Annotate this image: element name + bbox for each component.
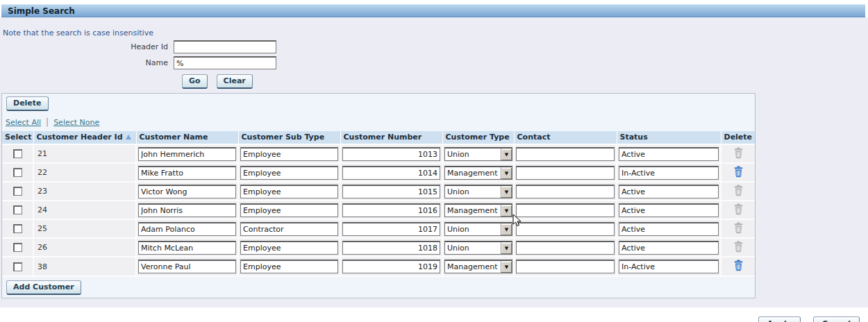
delete-row-icon[interactable] [733, 241, 744, 253]
customer-sub-type-input[interactable] [240, 147, 338, 161]
chevron-down-icon[interactable]: ▼ [501, 149, 512, 160]
select-all-link[interactable]: Select All [6, 118, 41, 127]
customer-header-id-value: 22 [35, 168, 47, 177]
customer-sub-type-input[interactable] [240, 241, 338, 255]
results-panel: Delete Select All | Select None Select C… [1, 93, 756, 298]
customers-table: Select Customer Header Id Customer Name … [2, 131, 755, 276]
customer-sub-type-input[interactable] [240, 260, 338, 273]
customer-type-select[interactable]: Union ▼ [444, 222, 512, 236]
chevron-down-icon[interactable]: ▼ [501, 261, 512, 273]
delete-row-icon[interactable] [733, 203, 744, 215]
add-customer-button[interactable]: Add Customer [6, 280, 81, 295]
name-row: Name [0, 56, 868, 69]
row-select-checkbox[interactable] [13, 224, 22, 233]
customer-type-select[interactable]: Management ▼ [444, 166, 512, 180]
customer-number-input[interactable] [342, 203, 440, 217]
contact-input[interactable] [516, 222, 615, 236]
status-input[interactable] [619, 185, 719, 198]
customer-sub-type-input[interactable] [240, 203, 338, 217]
customer-header-id-value: 26 [35, 243, 47, 252]
apply-button[interactable]: Apply [758, 316, 801, 322]
customer-number-input[interactable] [342, 241, 440, 255]
table-row: 22 Management ▼ [2, 163, 755, 182]
customer-type-select[interactable]: Union ▼ [444, 147, 512, 161]
contact-input[interactable] [516, 203, 615, 217]
customer-name-input[interactable] [138, 260, 236, 273]
row-select-checkbox[interactable] [13, 243, 22, 252]
status-input[interactable] [619, 260, 719, 273]
row-select-checkbox[interactable] [13, 262, 22, 271]
col-header-delete: Delete [721, 131, 755, 144]
customer-type-value: Management [445, 167, 501, 179]
status-input[interactable] [619, 147, 719, 161]
chevron-down-icon[interactable]: ▼ [501, 167, 512, 179]
customer-name-input[interactable] [138, 203, 236, 217]
delete-row-icon[interactable] [733, 147, 744, 159]
search-buttons: Go Clear [182, 74, 868, 93]
col-header-contact: Contact [514, 131, 617, 144]
grid-toolbar: Delete [2, 94, 755, 115]
customer-sub-type-input[interactable] [240, 166, 338, 180]
contact-input[interactable] [516, 185, 615, 198]
customer-name-input[interactable] [138, 166, 236, 180]
customer-number-input[interactable] [342, 222, 440, 236]
name-label: Name [0, 58, 174, 67]
customer-number-input[interactable] [342, 260, 440, 273]
row-select-checkbox[interactable] [13, 149, 22, 158]
customer-type-select[interactable]: Union ▼ [444, 241, 512, 255]
customer-number-input[interactable] [342, 185, 440, 198]
customer-number-input[interactable] [342, 147, 440, 161]
status-input[interactable] [619, 203, 719, 217]
customer-type-select[interactable]: Management ▼ [444, 203, 512, 217]
contact-input[interactable] [516, 241, 615, 255]
contact-input[interactable] [516, 166, 615, 180]
customer-type-select[interactable]: Union ▼ [444, 185, 512, 198]
chevron-down-icon[interactable]: ▼ [501, 205, 512, 217]
customer-name-input[interactable] [138, 147, 236, 161]
chevron-down-icon[interactable]: ▼ [501, 242, 512, 254]
col-header-customer-number: Customer Number [340, 131, 442, 144]
delete-row-icon[interactable] [733, 222, 744, 234]
customer-type-value: Management [445, 205, 501, 217]
delete-button[interactable]: Delete [6, 96, 49, 111]
name-input[interactable] [174, 56, 276, 69]
customer-type-value: Union [445, 242, 501, 254]
cancel-button[interactable]: Cancel [813, 316, 860, 322]
header-id-input[interactable] [174, 40, 276, 53]
col-header-customer-type: Customer Type [442, 131, 514, 144]
customer-sub-type-input[interactable] [240, 185, 338, 198]
delete-row-icon[interactable] [733, 185, 744, 196]
delete-row-icon[interactable] [733, 166, 744, 178]
clear-button[interactable]: Clear [217, 74, 253, 89]
customer-sub-type-input[interactable] [240, 222, 338, 236]
col-header-customer-sub-type: Customer Sub Type [238, 131, 340, 144]
row-select-checkbox[interactable] [13, 187, 22, 196]
status-input[interactable] [619, 222, 719, 236]
sort-ascending-icon [126, 135, 131, 139]
delete-row-icon[interactable] [733, 260, 744, 271]
table-row: 25 Union ▼ [2, 219, 755, 238]
customer-name-input[interactable] [138, 222, 236, 236]
selection-links: Select All | Select None [2, 115, 755, 131]
contact-input[interactable] [516, 147, 615, 161]
col-header-select: Select [2, 131, 33, 144]
status-input[interactable] [619, 241, 719, 255]
page-footer: Apply Cancel [0, 307, 868, 322]
go-button[interactable]: Go [182, 74, 208, 89]
table-row: 21 Union ▼ [2, 144, 755, 163]
contact-input[interactable] [516, 260, 615, 273]
customer-name-input[interactable] [138, 241, 236, 255]
header-id-row: Header Id [0, 40, 868, 53]
content-area: Note that the search is case insensitive… [0, 17, 868, 307]
customer-number-input[interactable] [342, 166, 440, 180]
chevron-down-icon[interactable]: ▼ [501, 186, 512, 198]
customer-header-id-value: 24 [35, 205, 47, 214]
status-input[interactable] [619, 166, 719, 180]
col-header-customer-header-id[interactable]: Customer Header Id [33, 131, 136, 144]
chevron-down-icon[interactable]: ▼ [501, 223, 512, 235]
row-select-checkbox[interactable] [13, 168, 22, 177]
row-select-checkbox[interactable] [13, 205, 22, 214]
customer-type-select[interactable]: Management ▼ [444, 260, 512, 273]
select-none-link[interactable]: Select None [53, 118, 99, 127]
customer-name-input[interactable] [138, 185, 236, 198]
